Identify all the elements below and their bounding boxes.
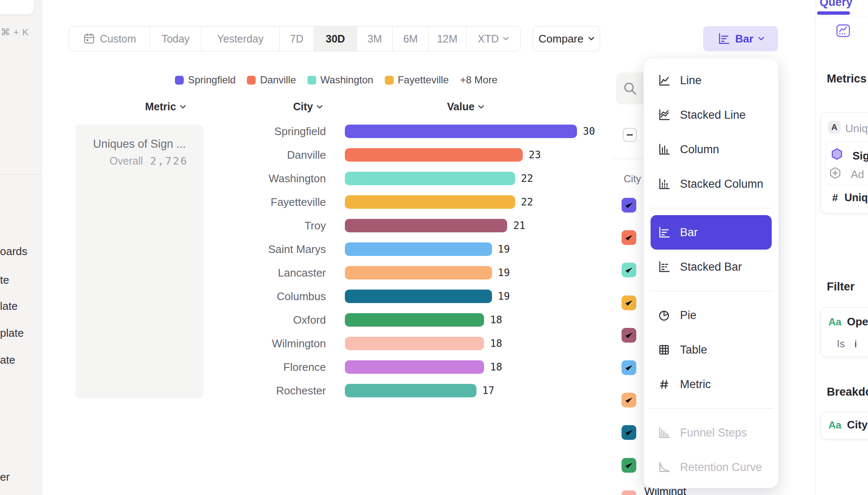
menu-item-label: Line: [680, 74, 701, 87]
bar[interactable]: [345, 219, 507, 232]
city-checkbox[interactable]: [622, 295, 636, 310]
menu-item-pie[interactable]: Pie: [644, 298, 778, 333]
chart-row: Washington22: [202, 167, 631, 190]
sidebar-item-fragment[interactable]: plate: [0, 327, 24, 340]
city-checkbox[interactable]: [622, 198, 636, 213]
query-tab[interactable]: Query: [820, 0, 852, 9]
menu-item-metric[interactable]: Metric: [644, 367, 778, 402]
legend-item[interactable]: Washington: [307, 74, 373, 86]
menu-item-column[interactable]: Column: [644, 132, 778, 167]
legend-item[interactable]: Danville: [247, 74, 296, 86]
bar-value-label: 19: [498, 243, 510, 255]
legend-swatch: [307, 76, 316, 85]
compare-button[interactable]: Compare: [533, 26, 600, 51]
chart-type-button-label: Bar: [735, 32, 753, 45]
select-all-checkbox[interactable]: [623, 128, 637, 142]
filter-card[interactable]: Aa Ope Is i: [820, 307, 868, 357]
funnel-steps-icon: [657, 426, 671, 439]
city-checkbox[interactable]: [622, 263, 636, 277]
metric-card[interactable]: Uniques of Sign ... Overall 2,726: [75, 125, 204, 398]
legend-item[interactable]: Springfield: [175, 74, 236, 86]
bar[interactable]: [345, 337, 484, 350]
city-checkbox[interactable]: [622, 328, 636, 343]
horizontal-bar-chart: Springfield30Danville23Washington22Fayet…: [202, 120, 631, 402]
date-range-control[interactable]: CustomTodayYesterday7D30D3M6M12MXTD: [69, 26, 521, 51]
bar-value-label: 30: [583, 125, 595, 137]
chevron-down-icon: [478, 104, 484, 110]
range-30d[interactable]: 30D: [314, 27, 357, 51]
bar[interactable]: [345, 266, 492, 279]
chart-row: Troy21: [202, 214, 631, 237]
bar[interactable]: [345, 125, 577, 138]
insights-chart-icon[interactable]: [836, 23, 851, 38]
legend-swatch: [385, 76, 394, 85]
menu-item-funnel-steps: Funnel Steps: [644, 415, 778, 450]
city-checkbox[interactable]: [622, 490, 636, 495]
sidebar-item-fragment[interactable]: te: [0, 274, 9, 287]
range-3m[interactable]: 3M: [357, 27, 392, 51]
event-card[interactable]: Sig Ad: [825, 141, 868, 185]
bar[interactable]: [345, 148, 523, 162]
event-name-fragment: Sig: [852, 149, 868, 162]
bar-value-label: 19: [498, 290, 510, 302]
sidebar-item-fragment[interactable]: late: [0, 300, 18, 313]
range-label: 7D: [290, 33, 304, 45]
chart-row: Danville23: [202, 143, 631, 167]
city-checkbox[interactable]: [622, 425, 636, 440]
bar[interactable]: [345, 172, 515, 185]
bar[interactable]: [345, 384, 476, 397]
legend-item[interactable]: Fayetteville: [385, 74, 449, 86]
property-type-badge: Aa: [828, 316, 842, 328]
menu-item-bar[interactable]: Bar: [651, 215, 772, 250]
chart-type-button[interactable]: Bar: [703, 26, 778, 51]
chevron-down-icon: [503, 36, 509, 42]
bar-value-label: 18: [490, 361, 502, 373]
legend-swatch: [175, 76, 184, 85]
chart-row: Florence18: [202, 355, 631, 379]
value-column-header[interactable]: Value: [447, 101, 484, 113]
sidebar-item-fragment[interactable]: er: [0, 471, 10, 484]
menu-divider: [649, 291, 773, 291]
chart-row: Lancaster19: [202, 261, 631, 285]
bar[interactable]: [345, 290, 492, 303]
breakdown-card[interactable]: Aa City: [820, 412, 868, 439]
bar[interactable]: [345, 195, 515, 209]
legend-more[interactable]: +8 More: [460, 74, 498, 86]
city-checkbox[interactable]: [622, 458, 636, 473]
bar-value-label: 19: [498, 267, 510, 279]
range-xtd[interactable]: XTD: [466, 27, 520, 51]
range-label: 12M: [437, 33, 458, 45]
sidebar-item-fragment[interactable]: ate: [0, 354, 15, 367]
value-column-header-label: Value: [447, 101, 474, 113]
metrics-card[interactable]: A Uniq Sig Ad # Uniqu: [820, 112, 868, 213]
bar[interactable]: [345, 313, 484, 327]
range-today[interactable]: Today: [150, 27, 201, 51]
range-7d[interactable]: 7D: [279, 27, 314, 51]
range-12m[interactable]: 12M: [428, 27, 466, 51]
city-checkbox[interactable]: [622, 230, 636, 245]
metric-column-header-label: Metric: [145, 101, 176, 113]
line-chart-icon: [657, 74, 671, 87]
breakdown-property: City: [847, 418, 868, 431]
range-custom[interactable]: Custom: [69, 27, 150, 51]
menu-item-line[interactable]: Line: [644, 63, 778, 98]
breakdown-column-label: City: [624, 173, 641, 185]
range-yesterday[interactable]: Yesterday: [201, 27, 279, 51]
filter-operator[interactable]: Is: [837, 338, 845, 350]
menu-item-table[interactable]: Table: [644, 333, 778, 367]
metric-column-header[interactable]: Metric: [145, 101, 186, 113]
sidebar-item-fragment[interactable]: oards: [0, 245, 27, 258]
add-hexagon-icon[interactable]: [828, 166, 842, 180]
range-label: XTD: [478, 33, 499, 45]
city-column-header[interactable]: City: [293, 101, 323, 113]
city-checkbox[interactable]: [622, 393, 636, 407]
menu-item-stacked-line[interactable]: Stacked Line: [644, 98, 778, 132]
range-label: Today: [161, 33, 190, 45]
menu-item-stacked-column[interactable]: Stacked Column: [644, 167, 778, 201]
bar[interactable]: [345, 242, 492, 256]
menu-item-label: Bar: [680, 226, 698, 239]
range-6m[interactable]: 6M: [392, 27, 428, 51]
bar[interactable]: [345, 360, 484, 374]
menu-item-stacked-bar[interactable]: Stacked Bar: [644, 250, 778, 284]
city-checkbox[interactable]: [622, 360, 636, 375]
